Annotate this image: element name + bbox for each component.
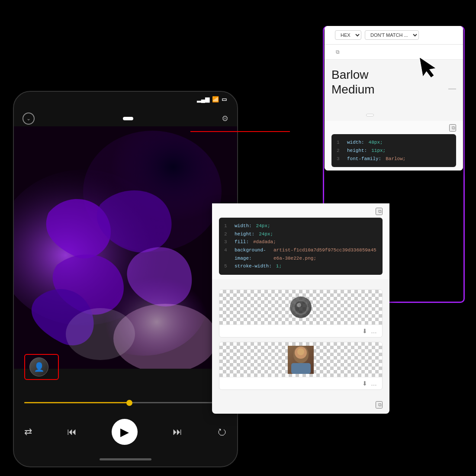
settings-icon[interactable]: ⚙ — [222, 114, 228, 123]
typography-font-name: BarlowMedium — — [325, 66, 463, 101]
code-line-2-2: 2 height: 24px; — [224, 230, 377, 238]
asset-oval-png-preview — [288, 346, 314, 374]
shuffle-icon[interactable]: ⇄ — [24, 426, 32, 437]
asset-oval-svg-preview — [290, 296, 312, 318]
svg-rect-12 — [291, 363, 311, 374]
artist-row: 👤 — [24, 354, 59, 380]
progress-knob[interactable] — [126, 400, 132, 406]
download-icon-png[interactable]: ⬇ — [362, 380, 367, 387]
code-line-2-4: 4 background-image: artist-f1cd10a7d59f9… — [224, 246, 377, 262]
copy-button-3[interactable]: ⧉ — [376, 401, 383, 408]
progress-track[interactable] — [24, 402, 227, 403]
asset-preview-png — [219, 342, 382, 377]
hex-dropdown[interactable]: HEX — [335, 30, 361, 40]
text-color-row: ⧉ — [325, 45, 463, 60]
copy-icon-small: ⧉ — [336, 49, 340, 55]
asset-footer-svg: ⬇ … — [219, 325, 382, 337]
inspector-toolbar: HEX DON'T MATCH ... — [325, 26, 463, 45]
phone-mockup: ▂▄▆ 📶 ▭ ⌄ ⚙ ♡ 👤 — [13, 91, 238, 467]
status-bar: ▂▄▆ 📶 ▭ — [14, 92, 237, 107]
svg-point-13 — [297, 348, 304, 355]
css-code-header-2: ⧉ — [219, 208, 383, 215]
code-line-1: 1 width: 48px; — [337, 138, 451, 147]
asset-actions-png: ⬇ … — [362, 380, 377, 387]
now-playing-bar: ⌄ ⚙ — [14, 109, 237, 128]
signal-icon: ▂▄▆ — [197, 96, 209, 103]
album-art — [14, 126, 237, 369]
copy-icon-1: ⧉ — [452, 125, 455, 131]
album-art-svg — [14, 126, 237, 369]
chevron-down-icon[interactable]: ⌄ — [23, 113, 35, 125]
asset-preview-svg — [219, 290, 382, 325]
battery-icon: ▭ — [222, 96, 227, 103]
text-styles-row — [325, 112, 463, 121]
bold-badge — [366, 114, 374, 116]
image-asset-label — [219, 283, 383, 289]
code-line-2: 2 height: 11px; — [337, 147, 451, 155]
home-indicator — [100, 458, 151, 460]
typography-details — [325, 101, 463, 112]
status-icons: ▂▄▆ 📶 ▭ — [197, 96, 227, 103]
progress-fill — [24, 402, 129, 403]
typography-section-header — [325, 60, 463, 66]
inspector-panel-2: ⧉ 1 width: 24px; 2 height: 24px; 3 fill:… — [212, 203, 389, 414]
svg-point-9 — [297, 303, 301, 307]
more-icon-svg[interactable]: … — [371, 328, 377, 334]
previous-icon[interactable]: ⏮ — [67, 426, 77, 437]
repeat-icon[interactable]: ⭮ — [217, 426, 227, 437]
play-button[interactable]: ▶ — [112, 419, 138, 445]
code-block-1: 1 width: 48px; 2 height: 11px; 3 font-fa… — [331, 134, 456, 167]
copy-row-2: ⧉ — [212, 399, 389, 414]
progress-section — [24, 402, 227, 406]
copy-button-1[interactable]: ⧉ — [449, 124, 456, 132]
code-line-2-1: 1 width: 24px; — [224, 222, 377, 230]
song-info: ♡ 👤 — [24, 348, 227, 380]
now-playing-label — [123, 117, 133, 120]
css-code-header-1: ⧉ — [331, 124, 456, 132]
artist-avatar: 👤 — [29, 357, 48, 376]
code-block-2: 1 width: 24px; 2 height: 24px; 3 fill: #… — [219, 218, 383, 275]
code-line-3: 3 font-family: Barlow; — [337, 155, 451, 163]
copy-icon-3: ⧉ — [378, 402, 382, 408]
code-line-2-5: 5 stroke-width: 1; — [224, 262, 377, 270]
asset-item-png: ⬇ … — [219, 342, 383, 390]
red-indicator-line — [190, 131, 290, 132]
asset-item-svg: ⬇ … — [219, 289, 383, 338]
asset-footer-png: ⬇ … — [219, 377, 382, 389]
wifi-icon: 📶 — [212, 96, 219, 103]
match-dropdown[interactable]: DON'T MATCH ... — [365, 30, 419, 40]
css-code-section-1: ⧉ 1 width: 48px; 2 height: 11px; 3 font-… — [325, 121, 463, 170]
code-line-2-3: 3 fill: #dadada; — [224, 238, 377, 246]
image-asset-section: ⬇ … ⬇ … — [212, 279, 389, 399]
copy-button-2[interactable]: ⧉ — [376, 208, 383, 215]
playback-controls: ⇄ ⏮ ▶ ⏭ ⭮ — [24, 419, 227, 445]
next-icon[interactable]: ⏭ — [173, 426, 182, 437]
download-icon-svg[interactable]: ⬇ — [362, 328, 367, 334]
more-icon-png[interactable]: … — [371, 380, 377, 387]
copy-icon-2: ⧉ — [378, 209, 382, 214]
svg-point-8 — [295, 301, 307, 313]
css-code-section-2: ⧉ 1 width: 24px; 2 height: 24px; 3 fill:… — [212, 203, 389, 279]
asset-actions-svg: ⬇ … — [362, 328, 377, 334]
inspector-panel-1: HEX DON'T MATCH ... ⧉ BarlowMedium — — [325, 26, 463, 170]
